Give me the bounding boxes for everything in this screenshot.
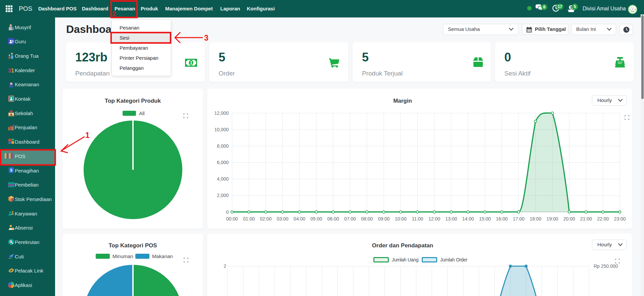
svg-text:3: 3 xyxy=(8,67,11,73)
svg-text:12,000: 12,000 xyxy=(214,110,229,116)
svg-text:20:00: 20:00 xyxy=(563,216,575,221)
svg-text:04:00: 04:00 xyxy=(293,216,305,221)
svg-text:Rp 250.000: Rp 250.000 xyxy=(594,263,618,269)
svg-text:10:00: 10:00 xyxy=(395,216,407,221)
svg-text:13:00: 13:00 xyxy=(445,216,457,221)
svg-text:2: 2 xyxy=(224,263,226,269)
svg-text:4,000: 4,000 xyxy=(217,176,229,182)
svg-text:02:00: 02:00 xyxy=(260,216,272,221)
svg-text:23:00: 23:00 xyxy=(614,216,626,221)
svg-text:08:00: 08:00 xyxy=(361,216,373,221)
svg-text:2,000: 2,000 xyxy=(217,193,229,198)
svg-text:06:00: 06:00 xyxy=(327,216,339,221)
svg-text:21:00: 21:00 xyxy=(580,216,592,221)
svg-text:6,000: 6,000 xyxy=(217,160,229,165)
svg-text:14:00: 14:00 xyxy=(462,216,474,221)
svg-text:1: 1 xyxy=(190,60,192,65)
svg-text:11:00: 11:00 xyxy=(412,216,423,221)
svg-text:1: 1 xyxy=(11,67,14,73)
svg-text:09:00: 09:00 xyxy=(378,216,389,221)
svg-text:05:00: 05:00 xyxy=(311,216,322,221)
svg-text:10,000: 10,000 xyxy=(214,127,229,132)
svg-text:12:00: 12:00 xyxy=(428,216,440,221)
svg-text:07:00: 07:00 xyxy=(344,216,356,221)
svg-text:00:00: 00:00 xyxy=(226,216,238,221)
svg-text:03:00: 03:00 xyxy=(277,216,288,221)
svg-text:01:00: 01:00 xyxy=(243,216,255,221)
svg-text:8,000: 8,000 xyxy=(217,143,229,149)
svg-text:16:00: 16:00 xyxy=(496,216,508,221)
svg-text:19:00: 19:00 xyxy=(547,216,558,221)
svg-text:0: 0 xyxy=(226,209,229,215)
svg-text:17:00: 17:00 xyxy=(513,216,524,221)
svg-text:15:00: 15:00 xyxy=(479,216,491,221)
svg-text:$: $ xyxy=(10,168,12,172)
svg-text:18:00: 18:00 xyxy=(530,216,541,221)
svg-text:22:00: 22:00 xyxy=(597,216,609,221)
